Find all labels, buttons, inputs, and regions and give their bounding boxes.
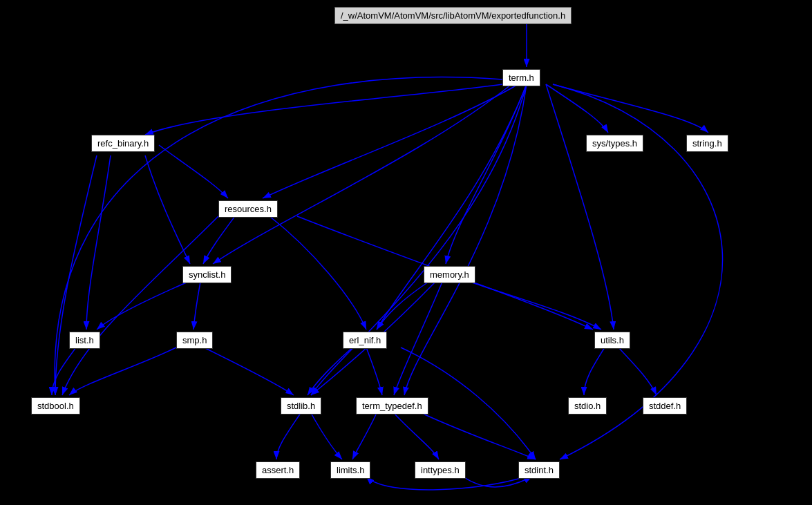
synclist-h-node: synclist.h (182, 266, 232, 283)
stdlib-h-node: stdlib.h (281, 397, 321, 415)
term-h-node: term.h (502, 69, 540, 86)
list-h-node: list.h (69, 332, 100, 349)
refc-binary-h-node: refc_binary.h (91, 135, 155, 152)
resources-h-node: resources.h (218, 200, 278, 218)
stdbool-h-node: stdbool.h (31, 397, 80, 415)
limits-h-node: limits.h (330, 461, 370, 479)
stddef-h-node: stddef.h (643, 397, 687, 415)
stdio-h-node: stdio.h (568, 397, 607, 415)
sys-types-h-node: sys/types.h (586, 135, 643, 152)
stdint-h-node: stdint.h (518, 461, 560, 479)
erl-nif-h-node: erl_nif.h (343, 332, 387, 349)
inttypes-h-node: inttypes.h (415, 461, 466, 479)
assert-h-node: assert.h (256, 461, 300, 479)
memory-h-node: memory.h (424, 266, 475, 283)
string-h-node: string.h (686, 135, 728, 152)
exportedfunction-node: /_w/AtomVM/AtomVM/src/libAtomVM/exported… (334, 7, 572, 24)
term-typedef-h-node: term_typedef.h (356, 397, 428, 415)
smp-h-node: smp.h (176, 332, 213, 349)
utils-h-node: utils.h (594, 332, 630, 349)
